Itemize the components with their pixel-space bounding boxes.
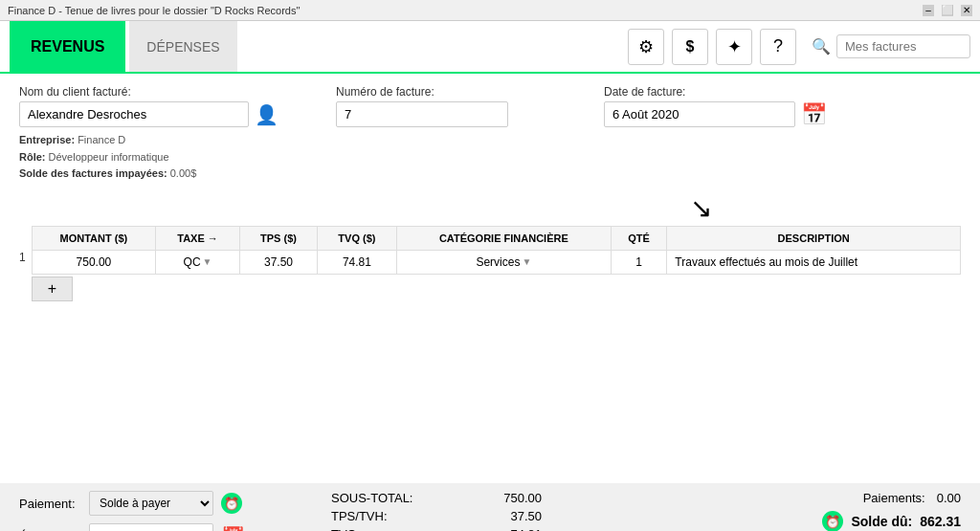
cell-qte[interactable]: 1 [611, 250, 666, 274]
client-input-wrap: 👤 [19, 101, 278, 127]
solde-label: Solde dû: [851, 514, 912, 529]
echeance-input[interactable] [89, 523, 213, 531]
payment-section: Paiement: Solde à payer ⏰ Échéance: 📅 [19, 491, 245, 531]
titlebar: Finance D - Tenue de livres pour le doss… [0, 0, 980, 21]
sous-total-value: 750.00 [465, 491, 542, 505]
date-input[interactable] [604, 101, 795, 127]
cell-montant[interactable]: 750.00 [32, 250, 155, 274]
search-area: 🔍 [812, 34, 970, 58]
echeance-calendar-icon[interactable]: 📅 [221, 525, 245, 532]
table-container: 1 MONTANT ($) TAXE → TPS ($) TVQ ($) CAT… [19, 224, 961, 301]
help-icon: ? [773, 36, 783, 56]
solde-value: 862.31 [920, 514, 961, 529]
titlebar-controls: – ⬜ ✕ [923, 5, 972, 16]
entreprise-value: Finance D [78, 134, 125, 145]
clock-icon[interactable]: ⏰ [221, 493, 242, 514]
taxe-value[interactable]: QC [184, 255, 201, 269]
minimize-button[interactable]: – [923, 5, 934, 16]
row-num-1: 1 [19, 251, 26, 264]
date-group: Date de facture: 📅 [604, 85, 827, 127]
echeance-row: Échéance: 📅 [19, 523, 245, 531]
paiement-select[interactable]: Solde à payer [89, 491, 213, 516]
cell-taxe: QC ▼ [156, 250, 240, 274]
table-wrap: MONTANT ($) TAXE → TPS ($) TVQ ($) CATÉG… [32, 224, 961, 301]
tab-depenses[interactable]: DÉPENSES [129, 21, 236, 72]
client-input[interactable] [19, 101, 249, 127]
tvq-row: TVQ: 74.81 [331, 527, 793, 531]
dollar-icon: $ [686, 38, 695, 55]
settings-button[interactable]: ⚙ [628, 29, 664, 65]
cell-description[interactable]: Travaux effectués au mois de Juillet [667, 250, 961, 274]
sous-total-label: SOUS-TOTAL: [331, 491, 446, 505]
add-row-button[interactable]: + [32, 277, 73, 301]
cell-categorie: Services ▼ [396, 250, 611, 274]
search-icon: 🔍 [812, 37, 831, 55]
tps-label: TPS/TVH: [331, 509, 446, 523]
tvq-label: TVQ: [331, 527, 446, 531]
tps-row: TPS/TVH: 37.50 [331, 509, 793, 523]
gear-icon: ⚙ [638, 36, 654, 57]
toolbar: REVENUS DÉPENSES ⚙ $ ✦ ? 🔍 [0, 21, 980, 74]
date-label: Date de facture: [604, 85, 827, 99]
col-taxe: TAXE → [156, 226, 240, 250]
categorie-value[interactable]: Services [476, 255, 520, 269]
categorie-dropdown-arrow[interactable]: ▼ [522, 256, 531, 267]
invoice-input-wrap [336, 101, 508, 127]
tps-value: 37.50 [465, 509, 542, 523]
role-label: Rôle: [19, 151, 46, 163]
paiement-label: Paiement: [19, 497, 81, 511]
arrow-area: ↘ [19, 192, 961, 224]
solde-row: ⏰ Solde dû: 862.31 [822, 511, 961, 531]
client-info: Entreprise: Finance D Rôle: Développeur … [19, 132, 278, 183]
cell-tps[interactable]: 37.50 [239, 250, 317, 274]
search-input[interactable] [836, 34, 970, 58]
tvq-value: 74.81 [465, 527, 542, 531]
help-button[interactable]: ? [760, 29, 796, 65]
date-input-wrap: 📅 [604, 101, 827, 127]
col-montant: MONTANT ($) [32, 226, 155, 250]
row-number: 1 [19, 224, 32, 264]
role-value: Développeur informatique [49, 151, 169, 163]
export-button[interactable]: ✦ [716, 29, 752, 65]
paiements-row: Paiements: 0.00 [863, 491, 961, 505]
close-button[interactable]: ✕ [961, 5, 972, 16]
col-qte: QTÉ [611, 226, 666, 250]
arrow-icon: ↘ [690, 193, 712, 223]
invoice-input[interactable] [336, 101, 508, 127]
solde-label: Solde des factures impayées: [19, 167, 167, 179]
invoice-group: Numéro de facture: [336, 85, 508, 127]
table-header-row: MONTANT ($) TAXE → TPS ($) TVQ ($) CATÉG… [32, 226, 960, 250]
paiements-value: 0.00 [937, 491, 961, 505]
form-top-row: Nom du client facturé: 👤 Entreprise: Fin… [19, 85, 961, 188]
taxe-dropdown-arrow[interactable]: ▼ [203, 256, 212, 267]
solde-clock-icon: ⏰ [822, 511, 843, 531]
cell-tvq[interactable]: 74.81 [318, 250, 397, 274]
person-icon[interactable]: 👤 [255, 103, 278, 126]
invoice-label: Numéro de facture: [336, 85, 508, 99]
right-totals: Paiements: 0.00 ⏰ Solde dû: 862.31 [822, 491, 961, 531]
titlebar-title: Finance D - Tenue de livres pour le doss… [8, 5, 300, 16]
paiement-row: Paiement: Solde à payer ⏰ [19, 491, 245, 516]
invoice-table: MONTANT ($) TAXE → TPS ($) TVQ ($) CATÉG… [32, 226, 961, 275]
client-label: Nom du client facturé: [19, 85, 278, 99]
table-row: 750.00 QC ▼ 37.50 74.81 Services [32, 250, 960, 274]
calendar-icon[interactable]: 📅 [801, 102, 827, 127]
paiements-label: Paiements: [863, 491, 925, 505]
col-categorie: CATÉGORIE FINANCIÈRE [396, 226, 611, 250]
solde-value: 0.00$ [170, 167, 197, 179]
client-group: Nom du client facturé: 👤 Entreprise: Fin… [19, 85, 278, 188]
col-description: DESCRIPTION [667, 226, 961, 250]
col-tps: TPS ($) [239, 226, 317, 250]
export-icon: ✦ [727, 36, 742, 57]
maximize-button[interactable]: ⬜ [942, 5, 953, 16]
bottom-section: Paiement: Solde à payer ⏰ Échéance: 📅 SO… [0, 483, 980, 531]
totals-section: SOUS-TOTAL: 750.00 TPS/TVH: 37.50 TVQ: 7… [331, 491, 793, 531]
col-tvq: TVQ ($) [318, 226, 397, 250]
sous-total-row: SOUS-TOTAL: 750.00 [331, 491, 793, 505]
tab-revenus[interactable]: REVENUS [10, 21, 125, 72]
finance-button[interactable]: $ [672, 29, 708, 65]
main-content: Nom du client facturé: 👤 Entreprise: Fin… [0, 74, 980, 483]
entreprise-label: Entreprise: [19, 134, 75, 145]
